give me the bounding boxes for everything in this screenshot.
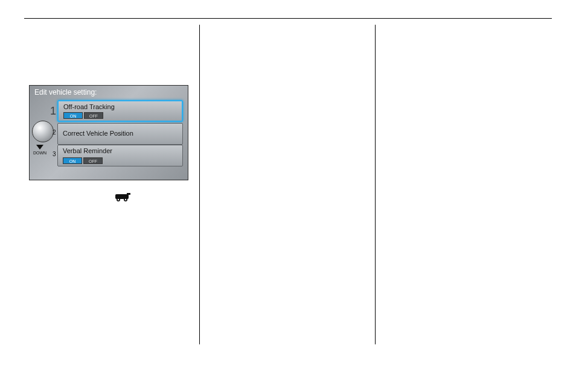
setting-row-offroad-tracking[interactable]: Off-road Tracking ON OFF [57, 100, 183, 122]
svg-rect-5 [127, 193, 130, 195]
svg-point-4 [125, 199, 126, 200]
row-index-3: 3 [53, 151, 56, 157]
rotary-knob-icon [32, 121, 54, 142]
down-arrow-icon [36, 145, 43, 150]
toggle-on[interactable]: ON [63, 157, 82, 164]
setting-row-correct-vehicle-position[interactable]: Correct Vehicle Position [57, 123, 183, 145]
down-label: DOWN [33, 151, 46, 155]
toggle-pair[interactable]: ON OFF [63, 112, 103, 119]
page-top-rule [24, 18, 552, 19]
screenshot-title: Edit vehicle setting: [34, 88, 97, 96]
row-index-2: 2 [53, 129, 56, 136]
vehicle-settings-screenshot: Edit vehicle setting: DOWN 1 2 3 Off-roa… [29, 85, 188, 180]
toggle-off[interactable]: OFF [84, 112, 103, 119]
setting-label: Verbal Reminder [63, 147, 112, 154]
row-index-1: 1 [50, 105, 56, 118]
toggle-off[interactable]: OFF [83, 157, 103, 164]
toggle-pair[interactable]: ON OFF [63, 157, 103, 164]
svg-point-3 [118, 199, 119, 200]
setting-row-verbal-reminder[interactable]: Verbal Reminder ON OFF [57, 145, 183, 166]
setting-label: Off-road Tracking [63, 103, 115, 110]
vehicle-icon [115, 191, 200, 204]
toggle-on[interactable]: ON [63, 112, 83, 119]
setting-label: Correct Vehicle Position [63, 130, 133, 137]
